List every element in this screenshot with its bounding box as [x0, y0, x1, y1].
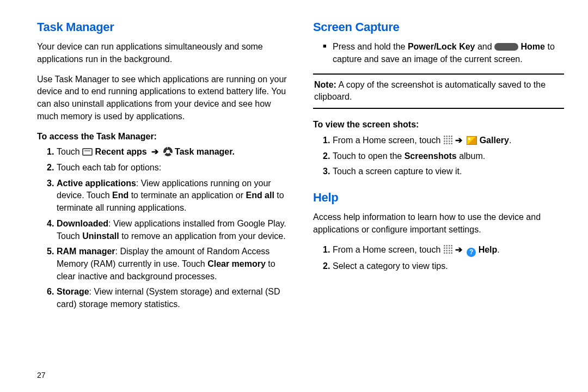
- task-manager-subhead: To access the Task Manager:: [37, 131, 288, 143]
- recent-apps-label: Recent apps: [93, 147, 149, 156]
- view-3-text: Touch a screen capture to view it.: [333, 167, 462, 176]
- step-2: 2.Touch each tab for options:: [47, 162, 288, 174]
- screen-capture-bullets: Press and hold the Power/Lock Key and Ho…: [313, 41, 564, 65]
- task-manager-intro-2: Use Task Manager to see which applicatio…: [37, 74, 288, 123]
- power-lock-key-label: Power/Lock Key: [408, 42, 475, 51]
- step-2-text: Touch each tab for options:: [57, 163, 161, 172]
- note-body: A copy of the screenshot is automaticall…: [314, 80, 546, 102]
- clear-memory-label: Clear memory: [207, 259, 266, 268]
- apps-grid-icon: [443, 244, 453, 254]
- step-5: 5. RAM manager: Display the amount of Ra…: [47, 246, 288, 283]
- step-3: 3. Active applications: View application…: [47, 177, 288, 215]
- bullet-text-a: Press and hold the: [333, 42, 408, 51]
- screen-capture-heading: Screen Capture: [313, 19, 564, 35]
- view-step-3: 3.Touch a screen capture to view it.: [323, 166, 564, 178]
- view-step-1: 1. From a Home screen, touch ➔ Gallery.: [323, 134, 564, 147]
- view-screenshots-steps: 1. From a Home screen, touch ➔ Gallery. …: [313, 134, 564, 178]
- task-manager-heading: Task Manager: [37, 19, 288, 35]
- step-6: 6. Storage: View internal (System storag…: [47, 286, 288, 310]
- task-manager-icon: [163, 147, 173, 156]
- gallery-label: Gallery: [477, 136, 509, 145]
- view-2-text-a: Touch to open the: [333, 151, 405, 161]
- end-all-label: End all: [246, 191, 274, 200]
- arrow-icon: ➔: [453, 245, 464, 254]
- bullet-text-b: and: [475, 42, 494, 51]
- ram-manager-label: RAM manager: [57, 247, 115, 256]
- view-screenshots-subhead: To view the screen shots:: [313, 119, 564, 131]
- period: .: [497, 245, 499, 254]
- view-1-text-a: From a Home screen, touch: [333, 136, 443, 145]
- view-2-text-c: album.: [457, 151, 485, 161]
- view-step-2: 2. Touch to open the Screenshots album.: [323, 150, 564, 163]
- help-icon: ?: [467, 248, 476, 257]
- storage-label: Storage: [57, 287, 89, 296]
- uninstall-label: Uninstall: [82, 231, 119, 241]
- help-heading: Help: [313, 189, 564, 206]
- home-button-icon: [494, 43, 518, 51]
- note-block: Note: A copy of the screenshot is automa…: [313, 74, 564, 109]
- help-1-text-a: From a Home screen, touch: [333, 245, 443, 254]
- home-label: Home: [518, 42, 545, 51]
- note-label: Note:: [314, 80, 336, 89]
- step-6-text: : View internal (System storage) and ext…: [57, 287, 280, 309]
- help-steps: 1. From a Home screen, touch ➔ ? Help. 2…: [313, 244, 564, 273]
- capture-bullet: Press and hold the Power/Lock Key and Ho…: [323, 41, 564, 65]
- apps-grid-icon: [443, 135, 453, 145]
- arrow-icon: ➔: [149, 147, 161, 156]
- step-4: 4. Downloaded: View applications install…: [47, 218, 288, 242]
- active-applications-label: Active applications: [57, 179, 136, 188]
- period: .: [509, 136, 511, 145]
- help-step-1: 1. From a Home screen, touch ➔ ? Help.: [323, 244, 564, 257]
- gallery-icon: [467, 136, 477, 145]
- help-2-text: Select a category to view tips.: [333, 261, 448, 271]
- task-manager-label: Task manager.: [173, 147, 235, 156]
- screenshots-album-label: Screenshots: [405, 151, 457, 161]
- help-intro: Access help information to learn how to …: [313, 211, 564, 236]
- right-column: Screen Capture Press and hold the Power/…: [313, 19, 564, 314]
- left-column: Task Manager Your device can run applica…: [37, 19, 288, 314]
- step-1-text-a: Touch: [57, 147, 82, 156]
- step-3-text-b: to terminate an application or: [128, 191, 246, 200]
- page-number: 27: [37, 370, 46, 381]
- downloaded-label: Downloaded: [57, 219, 108, 228]
- recent-apps-icon: [82, 148, 93, 156]
- help-label: Help: [476, 245, 497, 254]
- end-label: End: [112, 191, 128, 200]
- arrow-icon: ➔: [453, 136, 464, 145]
- help-step-2: 2.Select a category to view tips.: [323, 260, 564, 273]
- task-manager-steps: 1. Touch Recent apps ➔ Task manager. 2.T…: [37, 146, 288, 311]
- step-1: 1. Touch Recent apps ➔ Task manager.: [47, 146, 288, 158]
- task-manager-intro-1: Your device can run applications simulta…: [37, 41, 288, 65]
- step-4-text-b: to remove an application from your devic…: [119, 231, 286, 241]
